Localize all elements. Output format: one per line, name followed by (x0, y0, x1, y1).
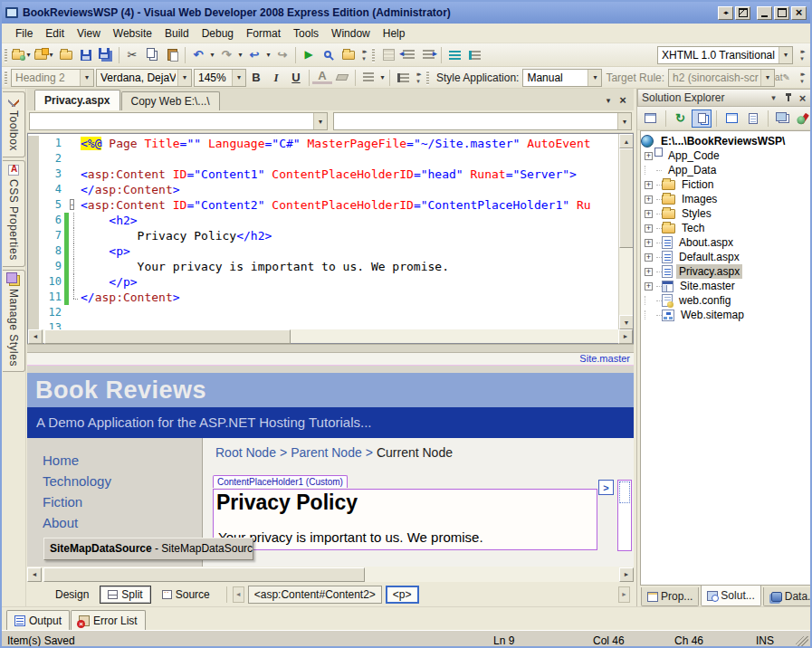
save-all-button[interactable] (96, 45, 116, 65)
copy-button[interactable] (142, 45, 162, 65)
tree-item-app-data[interactable]: App_Data (641, 163, 810, 177)
code-line[interactable]: 11</asp:Content> (28, 290, 618, 305)
tree-item-styles[interactable]: +Styles (641, 206, 810, 221)
comment-lines-button[interactable] (444, 45, 464, 65)
source-view-button[interactable]: Source (155, 586, 217, 604)
scrollbar-thumb[interactable] (619, 148, 634, 248)
types-dropdown[interactable] (29, 112, 328, 130)
maximize-button[interactable] (774, 6, 789, 20)
editor-horizontal-scrollbar[interactable] (27, 329, 634, 344)
expand-plus-icon[interactable]: + (645, 282, 653, 291)
source-editor[interactable]: 1<%@ Page Title="" Language="C#" MasterP… (27, 133, 634, 329)
panel-tab-solution[interactable]: Solut... (701, 586, 760, 606)
code-line[interactable]: 12 (28, 305, 618, 320)
split-view-button[interactable]: Split (100, 586, 150, 604)
expand-plus-icon[interactable]: + (645, 239, 653, 247)
menu-website[interactable]: Website (107, 25, 158, 42)
undo-button[interactable] (188, 45, 208, 65)
cut-button[interactable] (122, 45, 142, 65)
toolbar-overflow-button[interactable] (797, 71, 807, 85)
align-left-button[interactable] (358, 68, 378, 88)
tree-item-web-config[interactable]: web.config (641, 293, 810, 308)
page-heading[interactable]: Privacy Policy (216, 491, 597, 515)
menu-file[interactable]: File (9, 25, 39, 42)
nav-link-fiction[interactable]: Fiction (43, 494, 202, 510)
window-arrows-button[interactable] (718, 6, 733, 20)
tree-item-images[interactable]: +Images (641, 192, 810, 206)
underline-button[interactable]: U (286, 71, 306, 84)
align-dropdown[interactable] (378, 73, 387, 81)
menu-edit[interactable]: Edit (39, 25, 71, 42)
navigate-back-dropdown[interactable] (264, 51, 272, 59)
resize-grip[interactable] (796, 636, 808, 648)
panel-close-button[interactable] (796, 91, 809, 104)
editor-vertical-scrollbar[interactable] (618, 134, 633, 329)
toolbar-overflow-button[interactable] (797, 48, 807, 62)
save-button[interactable] (76, 45, 96, 65)
code-line[interactable]: 6 <h2> (28, 213, 618, 228)
undo-dropdown[interactable] (208, 51, 216, 59)
breadcrumb-root-node[interactable]: Root Node (215, 445, 276, 460)
tag-navigator-item[interactable]: <asp:Content#Content2> (248, 586, 382, 604)
sidebar-tab-css-properties[interactable]: CSS Properties (3, 160, 25, 267)
tree-item-privacy-aspx[interactable]: +Privacy.aspx (641, 264, 810, 279)
open-file-button[interactable] (56, 45, 76, 65)
toolbar-overflow-button[interactable] (413, 71, 424, 85)
tag-navigator-left-button[interactable] (233, 586, 244, 603)
nav-link-home[interactable]: Home (43, 453, 202, 468)
expand-plus-icon[interactable]: + (645, 152, 653, 160)
code-line[interactable]: 4</asp:Content> (28, 182, 618, 197)
scrollbar-thumb[interactable] (44, 329, 291, 344)
tab-error-list[interactable]: Error List (71, 610, 146, 630)
bold-button[interactable]: B (246, 71, 266, 84)
nest-related-files-button[interactable] (721, 110, 741, 128)
target-rule-select[interactable]: h2 (sinorcaish-screen.cs (668, 69, 775, 87)
paste-button[interactable] (162, 45, 182, 65)
members-dropdown[interactable] (333, 112, 632, 130)
close-button[interactable] (791, 6, 807, 20)
code-line[interactable]: 8 <p> (28, 243, 618, 259)
master-page-region[interactable]: Site.master (27, 353, 634, 366)
code-line[interactable]: 7 Privacy Policy</h2> (28, 228, 618, 243)
content-placeholder-region[interactable]: Privacy Policy Your privacy is important… (213, 489, 597, 550)
sidebar-tab-manage-styles[interactable]: Manage Styles (3, 270, 25, 373)
format-document-button[interactable] (378, 45, 398, 65)
code-line[interactable]: 2 (28, 151, 618, 167)
code-line[interactable]: 10 </p> (28, 274, 618, 290)
panel-title-bar[interactable]: Solution Explorer (637, 89, 812, 107)
panel-tab-properties[interactable]: Prop... (641, 587, 699, 606)
toolbar-grip[interactable] (5, 71, 7, 85)
tree-item-fiction[interactable]: +Fiction (641, 177, 810, 192)
highlight-button[interactable] (332, 68, 352, 88)
code-line[interactable]: 1<%@ Page Title="" Language="C#" MasterP… (28, 136, 618, 151)
expand-plus-icon[interactable]: + (645, 253, 653, 262)
tree-item-site-master[interactable]: +Site.master (641, 279, 810, 293)
code-line[interactable]: 3<asp:Content ID="Content1" ContentPlace… (28, 167, 618, 182)
scroll-left-button[interactable] (28, 329, 43, 344)
decrease-indent-button[interactable] (398, 45, 418, 65)
document-tab-copy-web-e[interactable]: Copy Web E:\...\ (121, 91, 220, 110)
design-horizontal-scrollbar[interactable] (27, 567, 634, 582)
properties-button[interactable] (641, 110, 661, 128)
expand-plus-icon[interactable]: + (645, 268, 653, 276)
menu-tools[interactable]: Tools (287, 25, 325, 42)
expand-plus-icon[interactable]: + (645, 181, 653, 189)
scroll-up-button[interactable] (619, 134, 634, 148)
style-application-select[interactable]: Manual (522, 69, 602, 87)
tree-item-app-code[interactable]: +App_Code (641, 148, 810, 163)
code-line[interactable]: 13 (28, 320, 618, 329)
tree-item-about-aspx[interactable]: +About.aspx (641, 235, 810, 250)
menu-build[interactable]: Build (158, 25, 196, 42)
collapse-minus-icon[interactable]: - (70, 199, 74, 210)
font-family-select[interactable]: Verdana, DejaVu S (96, 69, 192, 87)
split-view-divider[interactable] (27, 344, 634, 353)
menu-window[interactable]: Window (325, 25, 377, 42)
scrollbar-thumb[interactable] (43, 567, 365, 582)
minimize-button[interactable] (757, 6, 772, 20)
navigate-forward-button[interactable] (272, 45, 292, 65)
active-files-dropdown[interactable] (601, 93, 616, 107)
scroll-right-button[interactable] (618, 329, 633, 344)
redo-dropdown[interactable] (236, 51, 244, 59)
toolbar-grip[interactable] (372, 48, 375, 62)
navigate-back-button[interactable] (244, 45, 264, 65)
